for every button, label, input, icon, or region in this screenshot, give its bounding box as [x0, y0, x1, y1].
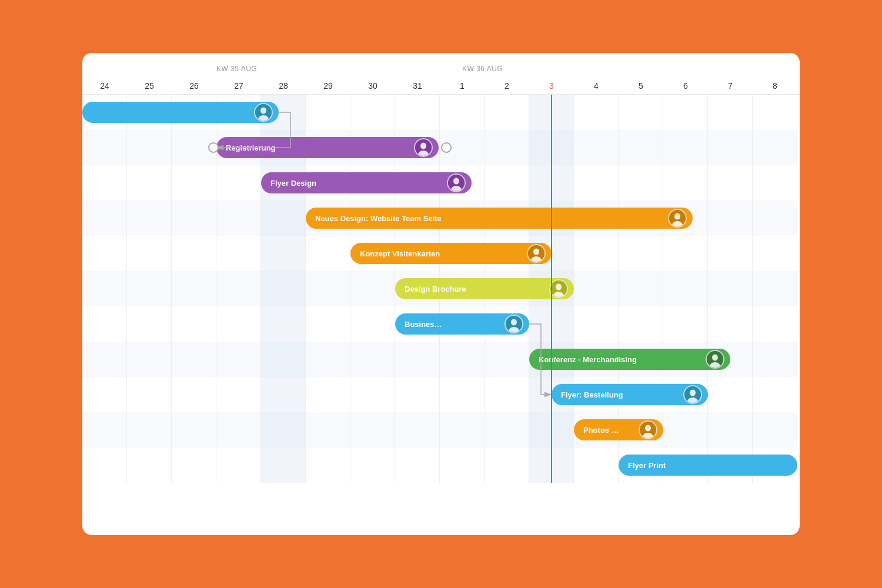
- day-col: [172, 236, 216, 271]
- day-col: [663, 271, 708, 306]
- gantt-bar[interactable]: Flyer Design: [261, 172, 472, 193]
- day-col: [574, 447, 619, 483]
- day-col: [619, 306, 663, 342]
- avatar: [414, 138, 433, 157]
- day-cell: 5: [619, 81, 663, 91]
- gantt-bar[interactable]: Konferenz - Merchandising: [529, 349, 730, 370]
- day-cell: 1: [440, 81, 485, 91]
- day-col: [395, 377, 440, 412]
- day-col: [574, 271, 619, 306]
- gantt-bar[interactable]: Konzept Visitenkarten: [350, 243, 552, 264]
- day-col: [350, 412, 395, 447]
- day-col: [753, 306, 797, 342]
- gantt-bar[interactable]: Neues Design: Website Team Seite: [306, 208, 693, 229]
- day-col: [82, 342, 127, 377]
- day-col: [350, 377, 395, 412]
- day-col: [708, 236, 753, 271]
- day-col: [574, 165, 619, 201]
- day-col: [216, 271, 261, 306]
- gantt-bar[interactable]: Flyer: Bestellung: [552, 384, 708, 405]
- day-col: [663, 95, 708, 130]
- day-col: [261, 201, 306, 236]
- avatar: [639, 420, 657, 439]
- day-col: [82, 412, 127, 447]
- avatar: [683, 385, 702, 404]
- day-col: [440, 95, 485, 130]
- gantt-bar[interactable]: Flyer Print: [619, 455, 797, 476]
- svg-point-1: [260, 108, 266, 114]
- svg-point-25: [690, 390, 696, 396]
- day-col: [485, 377, 529, 412]
- day-col: [350, 95, 395, 130]
- day-col: [708, 165, 753, 201]
- day-col: [82, 306, 127, 342]
- day-col: [82, 271, 127, 306]
- day-col: [395, 342, 440, 377]
- bar-label: Design Brochure: [405, 285, 544, 293]
- day-col: [708, 201, 753, 236]
- gantt-bar[interactable]: Busines…: [395, 313, 529, 335]
- bar-label: Flyer: Bestellung: [561, 390, 679, 399]
- day-col: [172, 342, 216, 377]
- day-col: [395, 412, 440, 447]
- day-col: [261, 447, 306, 483]
- day-col: [216, 201, 261, 236]
- day-col: [350, 306, 395, 342]
- gantt-body: Registrierung Flyer Design Neues Design:…: [82, 95, 797, 483]
- day-col: [127, 130, 172, 165]
- day-cell: 29: [306, 81, 350, 91]
- svg-point-4: [420, 143, 426, 149]
- day-cell: 28: [261, 81, 306, 91]
- day-col: [82, 447, 127, 483]
- gantt-bar[interactable]: Registrierung: [216, 137, 439, 158]
- day-col: [708, 306, 753, 342]
- week-labels: KW 35 AUGKW 36 AUG: [82, 65, 800, 79]
- gantt-bar[interactable]: Design Brochure: [395, 278, 574, 299]
- day-col: [306, 236, 350, 271]
- day-col: [350, 271, 395, 306]
- svg-point-28: [645, 425, 651, 432]
- week-label: KW 35 AUG: [216, 65, 257, 73]
- day-col: [127, 306, 172, 342]
- day-cell: 30: [350, 81, 395, 91]
- day-cell: 8: [753, 81, 797, 91]
- day-col: [663, 236, 708, 271]
- day-col: [82, 236, 127, 271]
- day-col: [261, 342, 306, 377]
- day-col: [619, 236, 663, 271]
- day-col: [708, 95, 753, 130]
- day-col: [216, 306, 261, 342]
- day-col: [216, 165, 261, 201]
- day-col: [753, 377, 797, 412]
- svg-point-7: [453, 178, 459, 185]
- day-col: [306, 412, 350, 447]
- day-col: [619, 130, 663, 165]
- day-col: [663, 165, 708, 201]
- day-col: [708, 412, 753, 447]
- day-col: [753, 271, 797, 306]
- gantt-bar[interactable]: Photos …: [574, 419, 663, 440]
- bar-label: Flyer Design: [270, 179, 442, 188]
- day-col: [663, 130, 708, 165]
- avatar: [505, 315, 523, 333]
- bar-label: Konferenz - Merchandising: [539, 355, 701, 364]
- gantt-bar[interactable]: [82, 102, 279, 123]
- day-col: [663, 306, 708, 342]
- day-col: [753, 412, 797, 447]
- svg-point-19: [511, 319, 517, 326]
- gantt-row: [82, 130, 797, 165]
- gantt-row: [82, 412, 797, 447]
- day-col: [350, 342, 395, 377]
- day-col: [172, 412, 216, 447]
- gantt-card: KW 35 AUGKW 36 AUG 242526272829303112345…: [82, 53, 800, 535]
- day-col: [216, 342, 261, 377]
- day-col: [574, 306, 619, 342]
- day-col: [127, 201, 172, 236]
- milestone-start: [208, 142, 219, 153]
- day-col: [172, 377, 216, 412]
- bar-label: Busines…: [405, 320, 500, 329]
- day-col: [350, 447, 395, 483]
- milestone-end: [441, 142, 452, 153]
- bar-label: Registrierung: [226, 143, 409, 152]
- day-col: [753, 236, 797, 271]
